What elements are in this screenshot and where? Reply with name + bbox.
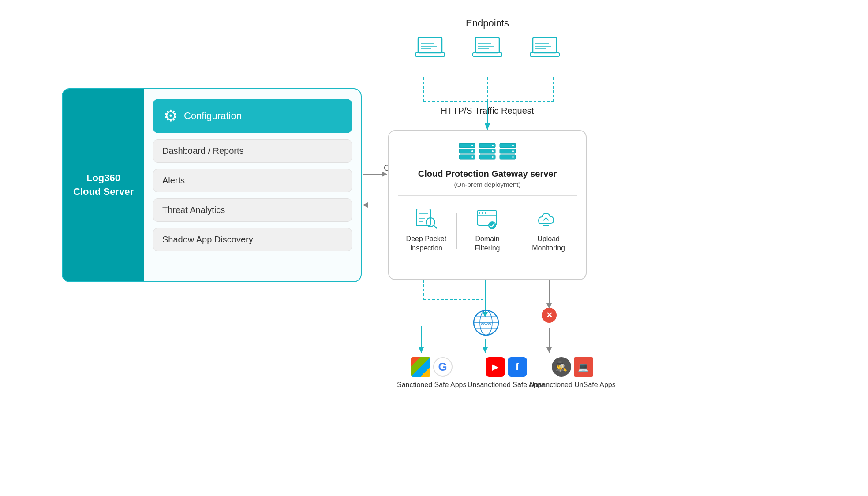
upload-monitoring-icon	[536, 208, 561, 230]
svg-point-68	[479, 212, 480, 214]
https-traffic-label: HTTP/S Traffic Request	[388, 106, 587, 116]
domain-filtering-icon	[475, 208, 499, 230]
server-icons-row	[398, 142, 577, 164]
ms-office-icon	[411, 357, 430, 377]
unsafe-laptop-icon: 💻	[574, 357, 593, 377]
svg-rect-29	[475, 37, 499, 53]
cpg-divider-1	[456, 213, 457, 249]
sanctioned-safe-label: Sanctioned Safe Apps	[397, 381, 466, 389]
cpg-features-row: Deep PacketInspection DomainFiltering	[398, 208, 577, 253]
unsanctioned-unsafe-icons: 🕵 💻	[552, 357, 593, 377]
facebook-icon: f	[508, 357, 527, 377]
svg-marker-5	[485, 123, 490, 130]
svg-marker-18	[483, 347, 488, 353]
cpg-box: Cloud Protection Gateway server (On-prem…	[388, 130, 587, 280]
svg-point-71	[488, 221, 496, 229]
cpg-feature-upload: UploadMonitoring	[522, 208, 575, 253]
upload-monitoring-label: UploadMonitoring	[532, 235, 565, 253]
unsanctioned-safe-icons: ▶ f	[486, 357, 527, 377]
dpi-icon	[414, 208, 438, 230]
svg-line-65	[434, 225, 437, 228]
diagram-container: Endpoints	[0, 0, 868, 496]
endpoint-laptop-1	[415, 35, 445, 61]
menu-item-shadow-app-discovery: Shadow App Discovery	[153, 228, 352, 251]
domain-filtering-label: DomainFiltering	[475, 235, 500, 253]
menu-item-dashboard-reports: Dashboard / Reports	[153, 139, 352, 163]
svg-rect-35	[533, 37, 557, 53]
endpoints-section: Endpoints	[388, 18, 587, 61]
endpoints-icons-row	[388, 35, 587, 61]
svg-point-70	[485, 212, 486, 214]
svg-point-58	[512, 156, 514, 158]
server-rack-icon-3	[498, 142, 517, 164]
configuration-label: Configuration	[184, 110, 242, 122]
svg-point-69	[482, 212, 483, 214]
cpg-feature-dpi: Deep PacketInspection	[400, 208, 453, 253]
svg-rect-59	[416, 209, 430, 226]
log360-label-line2: Cloud Server	[73, 185, 134, 199]
endpoint-laptop-2	[472, 35, 503, 61]
server-rack-icon-1	[458, 142, 476, 164]
svg-point-44	[471, 145, 473, 146]
dpi-label: Deep PacketInspection	[406, 235, 447, 253]
cpg-divider-2	[518, 213, 518, 249]
svg-point-52	[492, 156, 494, 158]
unsanctioned-unsafe-apps: 🕵 💻 Unsanctioned UnSafe Apps	[529, 357, 616, 389]
svg-marker-16	[419, 347, 424, 353]
cpg-feature-domain: DomainFiltering	[461, 208, 514, 253]
cpg-title: Cloud Protection Gateway server	[398, 169, 577, 179]
svg-point-45	[471, 150, 473, 152]
menu-item-threat-analytics: Threat Analytics	[153, 198, 352, 222]
log360-right-panel: ⚙ Configuration Dashboard / Reports Aler…	[144, 89, 361, 281]
hacker-icon: 🕵	[552, 357, 571, 377]
svg-marker-9	[363, 202, 368, 208]
server-rack-icon-2	[478, 142, 497, 164]
svg-point-50	[492, 145, 494, 146]
sanctioned-app-icons: G	[411, 357, 453, 377]
configuration-box: ⚙ Configuration	[153, 99, 352, 133]
endpoint-laptop-3	[529, 35, 560, 61]
log360-server-panel: Log360 Cloud Server	[63, 89, 144, 281]
globe-icon-area: www	[472, 309, 501, 339]
menu-item-alerts: Alerts	[153, 169, 352, 192]
youtube-icon: ▶	[486, 357, 505, 377]
svg-point-46	[471, 156, 473, 158]
google-icon: G	[433, 357, 453, 377]
svg-point-57	[512, 150, 514, 152]
log360-label-line1: Log360	[86, 172, 120, 185]
endpoints-label: Endpoints	[388, 18, 587, 29]
svg-marker-20	[546, 347, 552, 353]
svg-rect-23	[418, 37, 442, 53]
globe-icon: www	[472, 309, 501, 337]
svg-point-51	[492, 150, 494, 152]
blocked-badge: ✕	[542, 308, 557, 323]
sanctioned-safe-apps: G Sanctioned Safe Apps	[397, 357, 466, 389]
svg-point-56	[512, 145, 514, 146]
gear-icon: ⚙	[164, 107, 178, 125]
cpg-subtitle: (On-prem deployment)	[398, 181, 577, 188]
log360-outer-box: Log360 Cloud Server ⚙ Configuration Dash…	[62, 88, 362, 282]
unsanctioned-unsafe-label: Unsanctioned UnSafe Apps	[529, 381, 616, 389]
svg-text:www: www	[480, 321, 491, 326]
